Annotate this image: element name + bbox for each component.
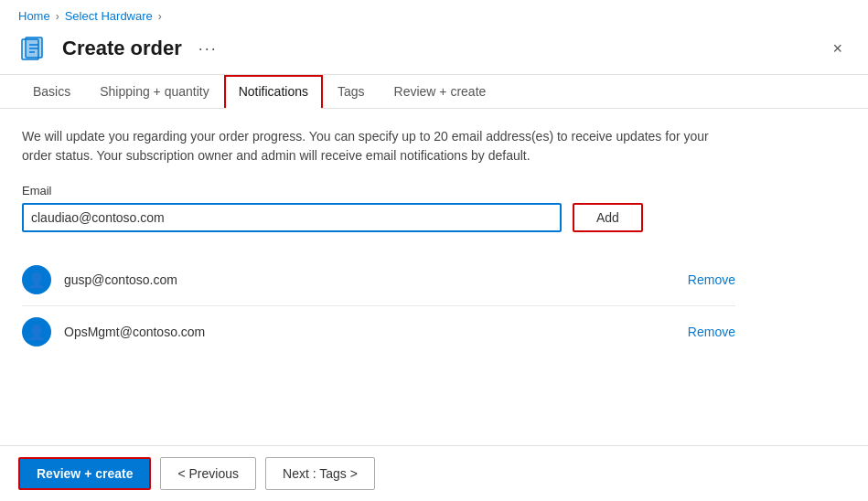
tab-review[interactable]: Review + create (380, 75, 501, 108)
user-icon: 👤 (27, 272, 46, 289)
tab-tags[interactable]: Tags (323, 75, 380, 108)
breadcrumb-home[interactable]: Home (18, 9, 50, 23)
breadcrumb-select-hardware[interactable]: Select Hardware (65, 9, 153, 23)
next-button[interactable]: Next : Tags > (265, 457, 375, 490)
email-list: 👤 gusp@contoso.com Remove 👤 OpsMgmt@cont… (22, 254, 735, 357)
tab-basics[interactable]: Basics (18, 75, 85, 108)
create-order-icon (18, 32, 51, 65)
page-title: Create order (62, 37, 182, 60)
email-input[interactable] (22, 203, 562, 232)
breadcrumb-sep2: › (158, 10, 162, 23)
page-header: Create order ··· × (0, 28, 868, 75)
close-button[interactable]: × (825, 37, 850, 60)
remove-button-0[interactable]: Remove (688, 272, 735, 287)
email-field-label: Email (22, 184, 846, 197)
page-footer: Review + create < Previous Next : Tags > (0, 445, 868, 501)
tab-bar: Basics Shipping + quantity Notifications… (0, 75, 868, 109)
email-address: gusp@contoso.com (64, 272, 675, 287)
svg-rect-2 (26, 37, 42, 58)
list-item: 👤 OpsMgmt@contoso.com Remove (22, 306, 735, 357)
tab-notifications[interactable]: Notifications (224, 75, 323, 108)
remove-button-1[interactable]: Remove (688, 325, 735, 339)
previous-button[interactable]: < Previous (160, 457, 256, 490)
breadcrumb: Home › Select Hardware › (0, 0, 868, 28)
user-icon: 👤 (27, 324, 46, 341)
list-item: 👤 gusp@contoso.com Remove (22, 254, 735, 306)
review-create-button[interactable]: Review + create (18, 457, 151, 490)
add-button[interactable]: Add (573, 203, 643, 232)
email-address: OpsMgmt@contoso.com (64, 325, 675, 339)
avatar: 👤 (22, 265, 51, 294)
tab-content: We will update you regarding your order … (0, 109, 868, 445)
avatar: 👤 (22, 317, 51, 346)
more-options-icon[interactable]: ··· (198, 39, 218, 59)
tab-shipping[interactable]: Shipping + quantity (85, 75, 223, 108)
email-input-row: Add (22, 203, 846, 232)
breadcrumb-sep1: › (56, 10, 59, 23)
header-left: Create order ··· (18, 32, 218, 65)
notifications-description: We will update you regarding your order … (22, 127, 735, 165)
